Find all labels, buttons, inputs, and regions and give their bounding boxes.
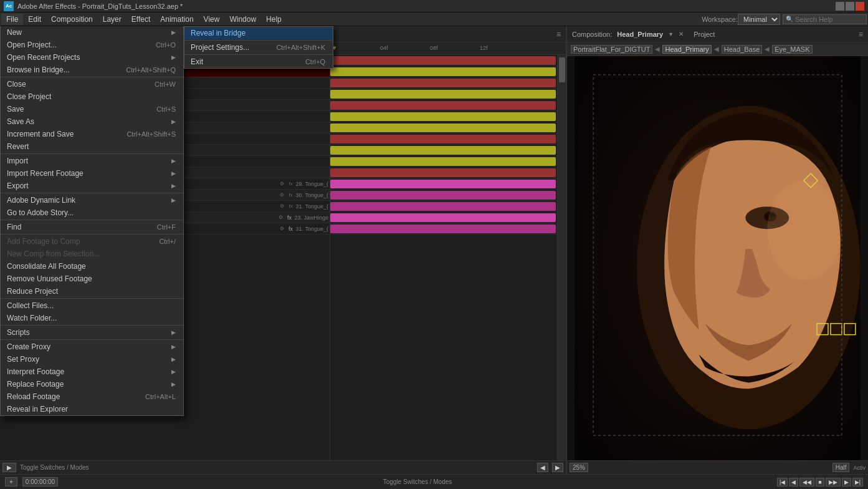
- switch-29[interactable]: ⚙: [279, 191, 286, 199]
- switch-28[interactable]: ⚙: [279, 180, 286, 188]
- dd-close[interactable]: Close Ctrl+W: [1, 78, 183, 90]
- file-submenu: Reveal in Bridge Project Settings... Ctr…: [184, 26, 333, 69]
- bar-pink-31: [330, 213, 556, 222]
- btn-first[interactable]: |◀: [777, 478, 788, 487]
- dd-create-proxy[interactable]: Create Proxy ▶: [1, 341, 183, 353]
- dd-import-recent[interactable]: Import Recent Footage ▶: [1, 167, 183, 180]
- dd-replace-footage[interactable]: Replace Footage ▶: [1, 378, 183, 390]
- dd-import-recent-label: Import Recent Footage: [7, 169, 169, 178]
- quality-display[interactable]: Half: [832, 463, 850, 472]
- menu-window[interactable]: Window: [224, 14, 261, 25]
- minimize-button[interactable]: [836, 2, 844, 11]
- dd-collect[interactable]: Collect Files...: [1, 299, 183, 312]
- menu-animation[interactable]: Animation: [155, 14, 198, 25]
- dd-story[interactable]: Go to Adobe Story...: [1, 206, 183, 219]
- sep-2: [1, 153, 183, 154]
- menu-file[interactable]: File: [1, 14, 23, 25]
- breadcrumb-item-3[interactable]: Head_Base: [722, 45, 763, 54]
- add-comp-button[interactable]: +: [5, 477, 17, 487]
- dd-new[interactable]: New ▶: [1, 26, 183, 39]
- bar-red-5: [330, 101, 556, 110]
- dd-find[interactable]: Find Ctrl+F: [1, 221, 183, 233]
- dd-set-proxy[interactable]: Set Proxy ▶: [1, 353, 183, 366]
- btn-play[interactable]: ▶▶: [826, 478, 841, 487]
- dd-reload-shortcut: Ctrl+Alt+L: [145, 393, 176, 400]
- dd-remove-unused[interactable]: Remove Unused Footage: [1, 273, 183, 285]
- panel-menu-icon[interactable]: ≡: [554, 30, 563, 39]
- project-tab[interactable]: Project: [694, 31, 715, 38]
- panel-options-icon[interactable]: ≡: [859, 30, 863, 39]
- time-display[interactable]: 0:00:00:00: [22, 477, 58, 487]
- scroll-thumb[interactable]: [559, 57, 565, 82]
- mode-30[interactable]: fx: [287, 203, 295, 210]
- breadcrumb-item-2[interactable]: Head_Primary: [662, 45, 711, 54]
- toggle-switches-label[interactable]: Toggle Switches / Modes: [383, 478, 452, 485]
- dd-revert[interactable]: Revert: [1, 140, 183, 153]
- sm-exit[interactable]: Exit Ctrl+Q: [184, 56, 333, 68]
- breadcrumb-item-1[interactable]: PortraitFlat_For_DIGTUT: [571, 45, 652, 54]
- mode-29[interactable]: fx: [287, 191, 295, 199]
- maximize-button[interactable]: [846, 2, 854, 11]
- switch-30[interactable]: ⚙: [279, 203, 286, 210]
- sm-project-settings[interactable]: Project Settings... Ctrl+Alt+Shift+K: [184, 41, 333, 54]
- menu-view[interactable]: View: [199, 14, 225, 25]
- dd-inc-label: Increment and Save: [7, 130, 126, 138]
- dd-add-footage: Add Footage to Comp Ctrl+/: [1, 235, 183, 248]
- btn-prev-frame[interactable]: ◀: [789, 478, 798, 487]
- dd-save[interactable]: Save Ctrl+S: [1, 103, 183, 115]
- zoom-display[interactable]: 25%: [570, 463, 588, 472]
- search-input[interactable]: [795, 16, 864, 23]
- dd-import[interactable]: Import ▶: [1, 155, 183, 167]
- comp-close-btn[interactable]: ✕: [679, 31, 684, 37]
- mode-32[interactable]: fx: [287, 225, 295, 233]
- close-button[interactable]: [856, 2, 864, 11]
- dd-save-as[interactable]: Save As ▶: [1, 115, 183, 128]
- menu-effect[interactable]: Effect: [126, 14, 155, 25]
- workspace-dropdown[interactable]: Minimal: [738, 14, 780, 25]
- dd-open-recent[interactable]: Open Recent Projects ▶: [1, 51, 183, 64]
- dd-interpret[interactable]: Interpret Footage ▶: [1, 366, 183, 378]
- sm-ps-shortcut: Ctrl+Alt+Shift+K: [276, 44, 325, 51]
- dd-find-label: Find: [7, 223, 157, 231]
- dd-interp-label: Interpret Footage: [7, 367, 169, 376]
- mode-31[interactable]: fx: [285, 214, 293, 221]
- switch-31[interactable]: ⚙: [277, 214, 284, 221]
- dd-watch[interactable]: Watch Folder...: [1, 312, 183, 324]
- toggle-switches[interactable]: Toggle Switches / Modes: [20, 464, 89, 471]
- bar-olive-4: [330, 90, 556, 99]
- dd-dynamic-link[interactable]: Adobe Dynamic Link ▶: [1, 194, 183, 206]
- breadcrumb-item-4[interactable]: Eye_MASK: [772, 45, 812, 54]
- dd-consolidate[interactable]: Consolidate All Footage: [1, 260, 183, 273]
- sm-reveal-bridge[interactable]: Reveal in Bridge: [184, 27, 333, 39]
- dd-reduce[interactable]: Reduce Project: [1, 285, 183, 298]
- mode-28[interactable]: fx: [287, 180, 295, 188]
- dd-reload-footage[interactable]: Reload Footage Ctrl+Alt+L: [1, 390, 183, 403]
- nav-next[interactable]: ▶: [552, 463, 563, 472]
- menu-help[interactable]: Help: [261, 14, 287, 25]
- dd-close-project[interactable]: Close Project: [1, 90, 183, 103]
- bar-red-2: [330, 79, 556, 87]
- btn-last[interactable]: ▶|: [852, 478, 863, 487]
- bar-row-t30: [330, 201, 566, 212]
- dd-scripts[interactable]: Scripts ▶: [1, 326, 183, 339]
- menu-layer[interactable]: Layer: [98, 14, 126, 25]
- dd-export-arrow: ▶: [171, 183, 176, 189]
- play-button[interactable]: ▶: [2, 463, 16, 472]
- dd-open-project[interactable]: Open Project... Ctrl+O: [1, 39, 183, 51]
- dd-increment-save[interactable]: Increment and Save Ctrl+Alt+Shift+S: [1, 128, 183, 140]
- switch-32[interactable]: ⚙: [279, 225, 286, 233]
- dd-export[interactable]: Export ▶: [1, 180, 183, 192]
- menu-composition[interactable]: Composition: [46, 14, 98, 25]
- btn-play-rev[interactable]: ◀◀: [799, 478, 814, 487]
- btn-next-frame[interactable]: ▶: [842, 478, 851, 487]
- comp-menu-arrow[interactable]: ▼: [668, 31, 674, 37]
- dd-browse[interactable]: Browse in Bridge... Ctrl+Alt+Shift+Q: [1, 64, 183, 76]
- dd-reveal-explorer[interactable]: Reveal in Explorer: [1, 403, 183, 415]
- dd-close-shortcut: Ctrl+W: [155, 80, 176, 88]
- btn-stop[interactable]: ■: [816, 478, 824, 487]
- app-title: Adobe After Effects - Portrait_DigTuts_L…: [17, 2, 836, 10]
- bar-row-7: [330, 122, 566, 133]
- nav-prev[interactable]: ◀: [537, 463, 548, 472]
- menu-edit[interactable]: Edit: [23, 14, 46, 25]
- bar-row-6: [330, 111, 566, 122]
